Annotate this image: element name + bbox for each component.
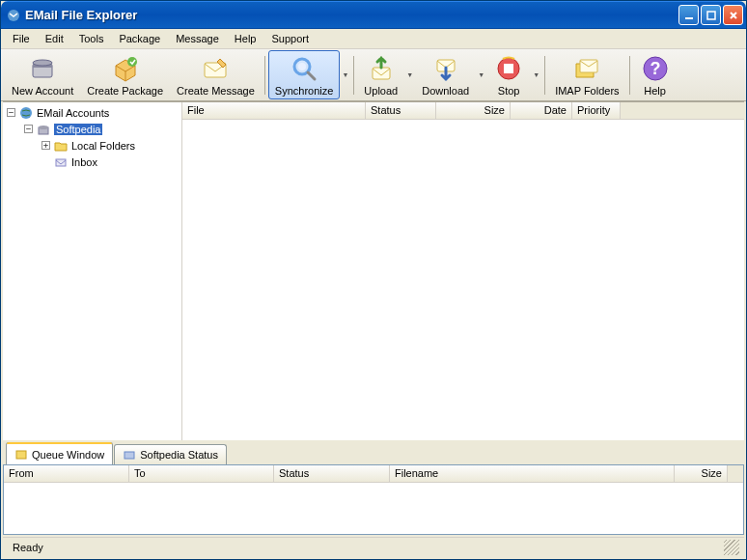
app-icon — [6, 8, 21, 23]
qcol-filename[interactable]: Filename — [390, 465, 675, 482]
svg-rect-1 — [685, 17, 693, 19]
minimize-button[interactable] — [678, 5, 699, 25]
upload-icon — [366, 53, 397, 84]
list-header: File Status Size Date Priority — [182, 102, 744, 120]
stop-button[interactable]: Stop — [486, 50, 531, 99]
menu-package[interactable]: Package — [111, 31, 168, 46]
folders-icon — [571, 53, 602, 84]
toolbar: New Account Create Package Create Messag… — [1, 49, 746, 101]
toolbar-separator — [629, 56, 630, 95]
qcol-status[interactable]: Status — [274, 465, 390, 482]
qcol-size[interactable]: Size — [675, 465, 728, 482]
create-message-button[interactable]: Create Message — [170, 50, 262, 99]
help-button[interactable]: ? Help — [633, 50, 678, 99]
account-small-icon — [36, 122, 51, 137]
tabs-strip: Queue Window Softpedia Status — [3, 442, 744, 464]
synchronize-button[interactable]: Synchronize — [268, 50, 341, 99]
file-list-panel: File Status Size Date Priority — [182, 102, 744, 440]
svg-point-19 — [39, 126, 48, 129]
imap-folders-button[interactable]: IMAP Folders — [548, 50, 625, 99]
tree-panel[interactable]: − EMail Accounts − Softpedia + Local Fol… — [3, 102, 182, 440]
help-icon: ? — [640, 53, 671, 84]
svg-point-17 — [20, 107, 32, 119]
upload-dropdown[interactable]: ▼ — [404, 50, 415, 99]
tree-local-folders[interactable]: + Local Folders — [5, 137, 180, 154]
menu-tools[interactable]: Tools — [71, 31, 112, 46]
menu-message[interactable]: Message — [168, 31, 227, 46]
main-area: − EMail Accounts − Softpedia + Local Fol… — [3, 101, 744, 440]
package-icon — [110, 53, 141, 84]
download-dropdown[interactable]: ▼ — [476, 50, 486, 99]
window-title: EMail File Explorer — [25, 8, 678, 22]
inbox-icon — [53, 154, 69, 170]
tab-queue-label: Queue Window — [32, 449, 104, 461]
svg-point-0 — [8, 10, 19, 21]
message-icon — [200, 53, 231, 84]
bottom-panel: Queue Window Softpedia Status From To St… — [3, 442, 744, 535]
qcol-to[interactable]: To — [129, 465, 274, 482]
qcol-from[interactable]: From — [4, 465, 129, 482]
upload-button[interactable]: Upload — [357, 50, 404, 99]
toolbar-separator — [544, 56, 545, 95]
menu-edit[interactable]: Edit — [38, 31, 71, 46]
tree-account-label: Softpedia — [54, 124, 102, 135]
svg-rect-22 — [124, 452, 134, 459]
download-button[interactable]: Download — [415, 50, 476, 99]
expand-icon[interactable]: + — [42, 141, 50, 150]
tree-root-label: EMail Accounts — [37, 107, 109, 119]
menu-file[interactable]: File — [5, 31, 38, 46]
tree-account[interactable]: − Softpedia — [5, 121, 180, 137]
toolbar-separator — [264, 56, 265, 95]
menubar: File Edit Tools Package Message Help Sup… — [1, 29, 746, 49]
tab-softpedia-status[interactable]: Softpedia Status — [114, 444, 227, 464]
statusbar: Ready — [3, 537, 744, 557]
close-button[interactable] — [723, 5, 743, 25]
titlebar: EMail File Explorer — [1, 1, 746, 29]
collapse-icon[interactable]: − — [24, 125, 33, 133]
earth-icon — [18, 105, 34, 121]
col-date[interactable]: Date — [511, 102, 572, 119]
list-body[interactable] — [182, 120, 744, 440]
collapse-icon[interactable]: − — [7, 108, 15, 117]
svg-rect-20 — [56, 159, 66, 166]
svg-point-5 — [33, 60, 52, 66]
status-tab-icon — [123, 448, 136, 462]
queue-header: From To Status Filename Size — [4, 465, 743, 483]
tree-inbox-label: Inbox — [71, 156, 97, 168]
tree-root[interactable]: − EMail Accounts — [5, 104, 180, 121]
svg-rect-2 — [707, 12, 715, 19]
tree-local-folders-label: Local Folders — [71, 140, 135, 152]
stop-icon — [493, 53, 524, 84]
maximize-button[interactable] — [701, 5, 721, 25]
svg-point-6 — [127, 57, 137, 67]
menu-help[interactable]: Help — [227, 31, 264, 46]
svg-rect-13 — [504, 64, 513, 73]
new-account-button[interactable]: New Account — [5, 50, 80, 99]
svg-text:?: ? — [650, 59, 660, 78]
svg-point-9 — [298, 63, 306, 70]
col-priority[interactable]: Priority — [572, 102, 621, 119]
toolbar-separator — [353, 56, 354, 95]
tab-queue-window[interactable]: Queue Window — [6, 442, 113, 464]
col-file[interactable]: File — [182, 102, 366, 119]
create-package-button[interactable]: Create Package — [80, 50, 170, 99]
synchronize-dropdown[interactable]: ▼ — [340, 50, 350, 99]
download-icon — [430, 53, 461, 84]
status-text: Ready — [8, 542, 48, 553]
queue-icon — [14, 448, 28, 462]
queue-panel: From To Status Filename Size — [3, 464, 744, 535]
tab-status-label: Softpedia Status — [140, 449, 218, 461]
col-status[interactable]: Status — [366, 102, 436, 119]
folder-icon — [53, 138, 69, 154]
svg-rect-21 — [16, 451, 26, 459]
svg-rect-10 — [373, 68, 390, 79]
resize-grip[interactable] — [724, 540, 739, 555]
sync-icon — [289, 53, 319, 84]
account-icon — [27, 53, 58, 84]
stop-dropdown[interactable]: ▼ — [531, 50, 541, 99]
menu-support[interactable]: Support — [263, 31, 317, 46]
tree-inbox[interactable]: Inbox — [5, 154, 180, 170]
col-size[interactable]: Size — [436, 102, 511, 119]
